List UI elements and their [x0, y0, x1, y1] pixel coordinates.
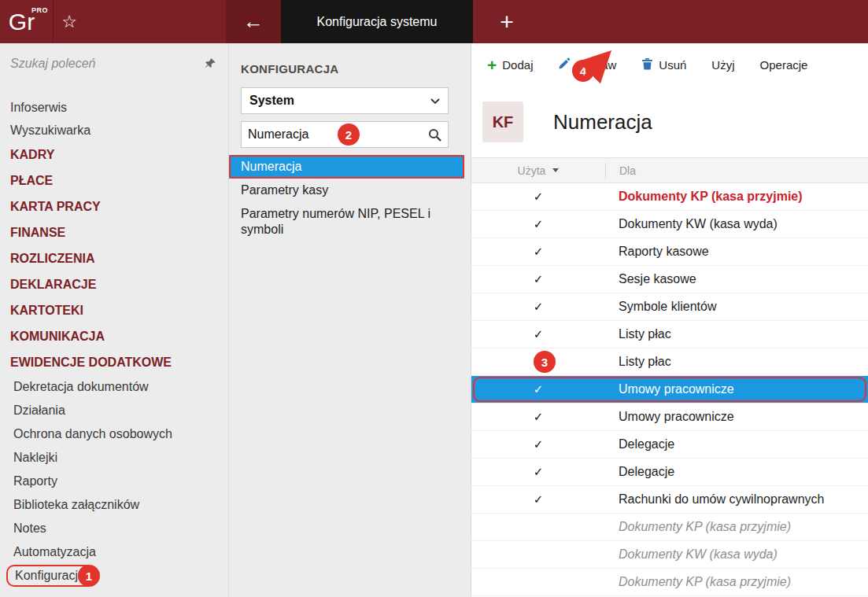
logo-pro-badge: PRO [31, 6, 48, 14]
search-icon[interactable] [428, 128, 441, 145]
pencil-icon [558, 57, 571, 72]
table-row[interactable]: ✓Delegacje [471, 431, 868, 459]
sidebar-item[interactable]: Naklejki [0, 446, 228, 470]
config-search-input[interactable] [242, 127, 330, 142]
panel-item-label: Numeracja [241, 160, 301, 173]
sort-arrow-icon [552, 168, 559, 172]
toolbar-label: Dodaj [502, 58, 533, 72]
back-button[interactable]: ← [226, 0, 281, 43]
panel-title: KONFIGURACJA [241, 62, 449, 76]
use-button[interactable]: Użyj [711, 58, 734, 72]
sidebar-item[interactable]: FINANSE [0, 219, 228, 245]
sidebar-item-label: EWIDENCJE DODATKOWE [10, 356, 172, 370]
sidebar-item-label: Ochrona danych osobowych [13, 427, 172, 441]
sidebar-item[interactable]: Działania [0, 399, 228, 422]
used-cell: ✓ [471, 404, 605, 430]
check-icon: ✓ [534, 245, 544, 259]
trash-icon [641, 57, 653, 72]
favorites-button[interactable]: ☆ [54, 0, 85, 43]
row-label: Umowy pracownicze [619, 382, 734, 396]
table-row[interactable]: ✓Umowy pracownicze [471, 404, 868, 431]
table-row[interactable]: ✓3Listy płac [471, 348, 868, 376]
sidebar-item[interactable]: Konfiguracja1 [0, 564, 228, 588]
sidebar-item[interactable]: KOMUNIKACJA [0, 323, 228, 349]
panel-item-label: Parametry numerów NIP, PESEL i symboli [241, 207, 430, 236]
table-row[interactable]: ✓Sesje kasowe [471, 266, 868, 293]
annotation-step-4-badge: 4 [572, 60, 594, 82]
sidebar-search [0, 43, 228, 84]
sidebar-item[interactable]: Infoserwis [0, 96, 228, 119]
toolbar: + Dodaj Popraw [471, 43, 868, 87]
sidebar-item[interactable]: Dekretacja dokumentów [0, 375, 228, 399]
row-label: Sesje kasowe [619, 272, 696, 286]
add-button[interactable]: + Dodaj [487, 58, 533, 72]
table-row[interactable]: Dokumenty KP (kasa przyjmie) [471, 569, 868, 596]
annotation-step-3-badge: 3 [534, 351, 556, 373]
app-logo: Gr PRO [0, 0, 54, 43]
new-tab-button[interactable]: + [489, 0, 524, 43]
table-row[interactable]: ✓Delegacje [471, 459, 868, 486]
sidebar-item[interactable]: Automatyzacja [0, 540, 228, 564]
row-label: Dokumenty KP (kasa przyjmie) [619, 190, 803, 203]
table-row[interactable]: Dokumenty KW (kasa wyda) [471, 541, 868, 569]
sidebar-item[interactable]: EWIDENCJE DODATKOWE [0, 349, 228, 375]
panel-item[interactable]: Numeracja [229, 155, 464, 179]
page-title: Numeracja [553, 110, 652, 135]
check-icon: ✓ [534, 492, 544, 507]
table-row[interactable]: ✓Rachunki do umów cywilnoprawnych [471, 486, 868, 514]
sidebar-item[interactable]: Notes [0, 517, 228, 540]
operations-button[interactable]: Operacje [760, 58, 808, 72]
check-icon: ✓ [534, 410, 544, 424]
sidebar-item[interactable]: Biblioteka załączników [0, 493, 228, 517]
sidebar-item[interactable]: Ochrona danych osobowych [0, 422, 228, 446]
column-header-dla[interactable]: Dla [605, 163, 868, 179]
dla-cell: Dokumenty KW (kasa wyda) [605, 547, 868, 562]
sidebar-item-label: Automatyzacja [13, 545, 96, 559]
panel-search: 2 [241, 121, 449, 148]
table-row[interactable]: Dokumenty KP (kasa przyjmie) [471, 514, 868, 541]
panel-item[interactable]: Parametry kasy [229, 179, 464, 202]
content-area: + Dodaj Popraw [471, 43, 868, 597]
panel-item-label: Parametry kasy [241, 183, 328, 197]
table-row[interactable]: ✓Dokumenty KP (kasa przyjmie) [471, 183, 868, 211]
sidebar-item[interactable]: Wyszukiwarka [0, 119, 228, 142]
sidebar-menu: InfoserwisWyszukiwarkaKADRYPŁACEKARTA PR… [0, 84, 228, 588]
table-row[interactable]: ✓Dokumenty KW (kasa wyda) [471, 211, 868, 238]
column-header-uzyta[interactable]: Użyta [471, 158, 605, 182]
sidebar-item[interactable]: DEKLARACJE [0, 271, 228, 297]
dla-cell: Raporty kasowe [605, 245, 868, 259]
sidebar-item[interactable]: PŁACE [0, 168, 228, 193]
toolbar-label: Operacje [760, 58, 808, 72]
row-label: Umowy pracownicze [619, 410, 734, 423]
sidebar-item[interactable]: KADRY [0, 142, 228, 168]
plus-icon: + [500, 9, 514, 35]
column-label: Użyta [518, 164, 546, 177]
sidebar-item[interactable]: ROZLICZENIA [0, 245, 228, 271]
used-cell: ✓ [471, 376, 605, 403]
row-label: Rachunki do umów cywilnoprawnych [619, 492, 824, 506]
app-window: Gr PRO ☆ ← Konfiguracja systemu + Infose… [0, 0, 868, 597]
sidebar: InfoserwisWyszukiwarkaKADRYPŁACEKARTA PR… [0, 43, 228, 597]
used-cell: ✓ [471, 293, 605, 320]
row-label: Listy płac [619, 355, 671, 368]
sidebar-item[interactable]: Raporty [0, 470, 228, 493]
table-row[interactable]: ✓Raporty kasowe [471, 238, 868, 266]
category-dropdown[interactable]: System [241, 87, 449, 114]
table-row[interactable]: ✓Listy płac [471, 321, 868, 348]
sidebar-item[interactable]: KARTOTEKI [0, 297, 228, 323]
row-label: Symbole klientów [619, 300, 717, 313]
table-row[interactable]: ✓Umowy pracownicze [471, 376, 868, 404]
table-row[interactable]: ✓Symbole klientów [471, 293, 868, 321]
used-cell [471, 541, 605, 568]
tab-konfiguracja-systemu[interactable]: Konfiguracja systemu [281, 0, 473, 43]
pin-icon[interactable] [205, 57, 216, 72]
command-search-input[interactable] [10, 57, 197, 71]
panel-item[interactable]: Parametry numerów NIP, PESEL i symboli [229, 202, 464, 241]
sidebar-item[interactable]: KARTA PRACY [0, 193, 228, 219]
sidebar-item-label: Biblioteka załączników [13, 498, 139, 512]
dla-cell: Rachunki do umów cywilnoprawnych [605, 492, 868, 507]
row-label: Listy płac [619, 327, 671, 341]
chevron-down-icon [430, 94, 440, 108]
delete-button[interactable]: Usuń [641, 57, 686, 72]
used-cell [471, 569, 605, 595]
